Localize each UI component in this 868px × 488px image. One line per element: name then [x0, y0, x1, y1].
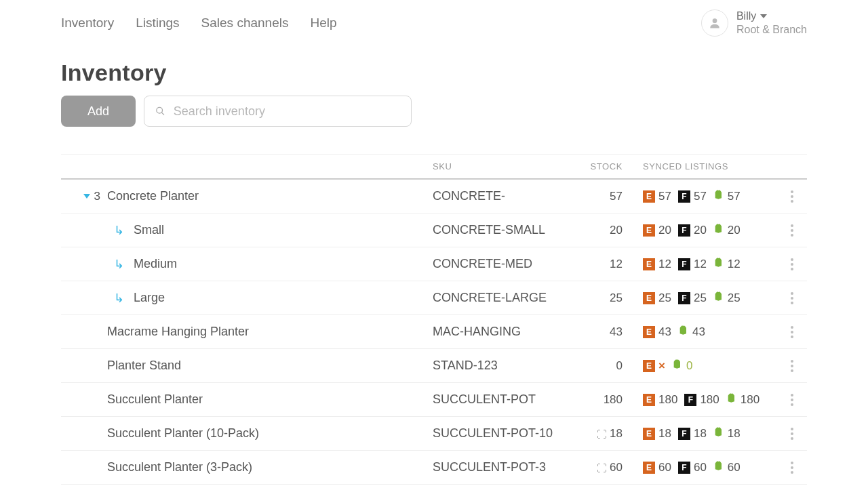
listing-chip: F60: [678, 461, 707, 474]
table-row[interactable]: Succulent Planter (3-Pack)SUCCULENT-POT-…: [61, 451, 807, 485]
nav-item-inventory[interactable]: Inventory: [61, 16, 114, 30]
shopify-icon: [713, 222, 724, 238]
synced-listings: E12F1212: [643, 256, 778, 272]
search-field[interactable]: [144, 96, 412, 127]
etsy-icon: E: [643, 190, 655, 203]
stock-value: ⛶18: [561, 427, 643, 441]
stock-value: 57: [561, 190, 643, 203]
listing-chip: F57: [678, 190, 707, 203]
synced-listings: E60F6060: [643, 460, 778, 475]
listing-value: 20: [694, 224, 707, 237]
sku-value: CONCRETE-MED: [433, 257, 561, 271]
product-name: Large: [134, 291, 165, 305]
table-row[interactable]: Planter StandSTAND-1230E×0: [61, 349, 807, 383]
etsy-icon: E: [643, 326, 655, 338]
listing-chip: 25: [713, 290, 741, 306]
table-row[interactable]: Succulent Planter (10-Pack)SUCCULENT-POT…: [61, 417, 807, 451]
listing-chip: F20: [678, 224, 707, 237]
svg-point-1: [157, 107, 163, 113]
page-title: Inventory: [61, 60, 807, 86]
etsy-icon: E: [643, 394, 655, 406]
row-menu-button[interactable]: [778, 224, 806, 237]
row-menu-button[interactable]: [778, 326, 806, 338]
listing-value: 18: [658, 427, 671, 441]
shopify-icon: [678, 324, 689, 340]
listing-chip: E57: [643, 190, 671, 203]
svg-point-25: [791, 432, 793, 435]
listing-value: 20: [728, 224, 741, 237]
listing-chip: E18: [643, 427, 671, 441]
svg-point-10: [791, 263, 793, 266]
etsy-icon: E: [643, 258, 655, 270]
variant-arrow-icon: ↳: [114, 292, 124, 304]
etsy-icon: E: [643, 360, 655, 372]
shopify-icon: [713, 426, 724, 441]
svg-point-17: [791, 336, 793, 338]
table-row[interactable]: Macrame Hanging PlanterMAC-HANGING43E434…: [61, 315, 807, 349]
product-name: Concrete Planter: [107, 189, 433, 203]
nav-item-listings[interactable]: Listings: [136, 16, 179, 30]
row-menu-button[interactable]: [778, 462, 806, 474]
synced-listings: E25F2525: [643, 290, 778, 306]
listing-value: 20: [658, 224, 671, 237]
stock-value: 0: [561, 359, 643, 373]
sku-value: CONCRETE-: [433, 189, 561, 203]
svg-point-4: [791, 195, 793, 198]
shopify-icon: [713, 256, 724, 272]
row-menu-button[interactable]: [778, 258, 806, 270]
sku-value: CONCRETE-SMALL: [433, 223, 561, 237]
nav-item-sales-channels[interactable]: Sales channels: [201, 16, 289, 30]
svg-point-5: [791, 200, 793, 203]
listing-chip: F180: [684, 393, 719, 407]
row-menu-button[interactable]: [778, 360, 806, 372]
listing-value: 43: [692, 325, 705, 339]
svg-point-8: [791, 234, 793, 237]
etsy-icon: E: [643, 462, 655, 474]
synced-listings: E57F5757: [643, 188, 778, 204]
bundle-icon: ⛶: [597, 428, 607, 440]
stock-value: 20: [561, 224, 643, 237]
table-row[interactable]: ↳SmallCONCRETE-SMALL20E20F2020: [61, 214, 807, 247]
table-row[interactable]: Succulent PlanterSUCCULENT-POT180E180F18…: [61, 383, 807, 417]
inventory-table: SKU STOCK SYNCED LISTINGS 3Concrete Plan…: [61, 154, 807, 485]
svg-point-22: [791, 399, 793, 401]
svg-point-3: [791, 190, 793, 193]
listing-chip: 180: [726, 392, 760, 407]
row-menu-button[interactable]: [778, 190, 806, 203]
svg-point-20: [791, 369, 793, 372]
svg-point-11: [791, 268, 793, 270]
listing-value: 25: [728, 291, 741, 305]
expand-toggle-icon[interactable]: [83, 194, 90, 199]
shopify-icon: [726, 392, 737, 407]
table-row[interactable]: ↳MediumCONCRETE-MED12E12F1212: [61, 247, 807, 281]
product-name: Succulent Planter (10-Pack): [107, 426, 433, 441]
table-row[interactable]: 3Concrete PlanterCONCRETE-57E57F5757: [61, 180, 807, 214]
svg-point-6: [791, 224, 793, 227]
svg-point-28: [791, 466, 793, 469]
product-name: Succulent Planter (3-Pack): [107, 460, 433, 474]
listing-chip: F25: [678, 291, 707, 305]
row-menu-button[interactable]: [778, 292, 806, 304]
listing-chip: E20: [643, 224, 671, 237]
row-menu-button[interactable]: [778, 428, 806, 440]
svg-point-0: [713, 18, 717, 23]
listing-chip: E25: [643, 291, 671, 305]
svg-point-7: [791, 229, 793, 232]
user-menu[interactable]: Billy Root & Branch: [701, 9, 807, 37]
shopify-icon: [713, 460, 724, 475]
variant-arrow-icon: ↳: [114, 258, 124, 270]
listing-chip: F12: [678, 258, 707, 271]
nav-item-help[interactable]: Help: [310, 16, 336, 30]
synced-listings: E18F1818: [643, 426, 778, 441]
sku-value: CONCRETE-LARGE: [433, 291, 561, 305]
row-menu-button[interactable]: [778, 394, 806, 406]
listing-chip: E180: [643, 393, 677, 407]
listing-value: 12: [728, 258, 741, 271]
table-row[interactable]: ↳LargeCONCRETE-LARGE25E25F2525: [61, 281, 807, 315]
add-button[interactable]: Add: [61, 96, 136, 127]
listing-value: 57: [658, 190, 671, 203]
search-input[interactable]: [174, 104, 400, 119]
faire-icon: F: [678, 428, 690, 440]
sku-value: SUCCULENT-POT-3: [433, 460, 561, 474]
sku-value: SUCCULENT-POT: [433, 392, 561, 407]
